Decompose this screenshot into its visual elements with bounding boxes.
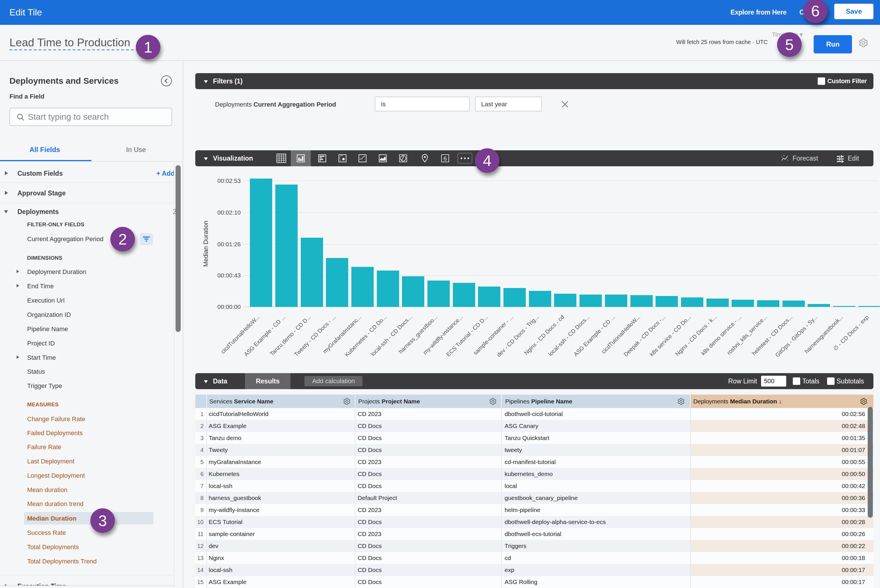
- svg-text:6: 6: [444, 155, 447, 162]
